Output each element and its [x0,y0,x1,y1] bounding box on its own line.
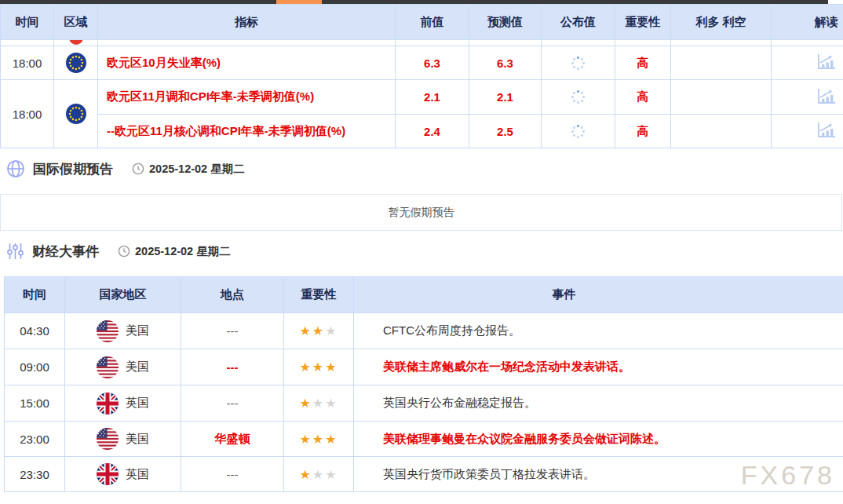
col-previous: 前值 [396,5,469,40]
cell-location: --- [181,457,284,492]
col-country: 国家地区 [65,277,181,313]
country-name: 英国 [126,467,149,482]
cell-country: 美国 [65,422,181,457]
event-row[interactable]: 23:30 英国 --- ★★★ 英国央行货币政策委员丁格拉发表讲话。 [5,457,843,492]
col-time: 时间 [1,5,54,40]
clock-icon [118,245,130,257]
flag-us-icon [97,428,119,450]
flag-eu-icon [54,80,98,148]
cell-previous: 2.4 [396,115,469,148]
holiday-section-header: 国际假期预告 2025-12-02 星期二 [6,159,245,178]
cell-time: 23:30 [5,457,65,492]
events-date: 2025-12-02 星期二 [135,244,231,259]
event-row[interactable]: 15:00 英国 --- ★★★ 英国央行公布金融稳定报告。 [5,385,843,422]
events-section-title: 财经大事件 [32,243,99,261]
loading-spinner-icon [571,125,585,138]
cell-interpret [772,115,843,148]
flag-uk-icon [97,463,119,485]
col-indicator: 指标 [98,5,396,40]
cell-event[interactable]: 英国央行公布金融稳定报告。 [354,385,843,422]
cell-interpret [772,46,843,80]
cell-event[interactable]: CFTC公布周度持仓报告。 [354,313,843,349]
no-holiday-message: 暂无假期预告 [0,194,842,231]
cell-published-loading [542,115,615,148]
cell-location: --- [181,349,284,385]
col-event: 事件 [354,277,843,313]
globe-icon [6,159,25,178]
calendar-row[interactable]: 18:00 欧元区11月调和CPI年率-未季调初值(%) 2.1 2.1 高 [1,80,843,115]
cell-time: 15:00 [5,385,65,422]
col-time: 时间 [5,277,65,313]
holiday-section-title: 国际假期预告 [33,160,113,178]
events-section-header: 财经大事件 2025-12-02 星期二 [6,242,231,261]
flag-eu-icon [54,46,98,80]
cell-forecast: 6.3 [469,46,542,80]
chart-analysis-icon[interactable] [816,121,837,139]
col-forecast: 预测值 [469,5,542,40]
clipped-flag-icon [69,40,83,46]
country-name: 美国 [126,360,149,374]
col-importance: 重要性 [615,5,671,40]
calendar-header-row: 时间 区域 指标 前值 预测值 公布值 重要性 利多 利空 解读 [1,5,843,40]
cell-indicator[interactable]: --欧元区11月核心调和CPI年率-未季调初值(%) [98,115,396,148]
cell-time: 18:00 [1,46,54,80]
cell-forecast: 2.5 [469,115,542,148]
partial-clipped-row [1,40,843,46]
event-row[interactable]: 04:30 美国 --- ★★★ CFTC公布周度持仓报告。 [5,313,843,349]
cell-importance: 高 [615,80,671,115]
cell-time: 23:00 [5,422,65,457]
importance-stars: ★★★ [284,313,354,349]
country-name: 美国 [126,323,149,338]
cell-bull-bear [671,115,772,148]
flag-us-icon [97,356,119,378]
cell-previous: 6.3 [396,46,469,80]
cell-previous: 2.1 [396,80,469,115]
col-region: 区域 [54,5,98,40]
cell-location: 华盛顿 [181,422,284,457]
cell-country: 英国 [65,457,181,492]
cell-importance: 高 [615,46,671,80]
importance-stars: ★★★ [284,385,354,422]
calendar-row[interactable]: --欧元区11月核心调和CPI年率-未季调初值(%) 2.4 2.5 高 [1,115,843,148]
loading-spinner-icon [571,57,585,70]
cell-event[interactable]: 美联储主席鲍威尔在一场纪念活动中发表讲话。 [354,349,843,385]
events-header-row: 时间 国家地区 地点 重要性 事件 [5,277,843,313]
flag-uk-icon [97,393,119,415]
chart-analysis-icon[interactable] [816,87,837,105]
importance-stars: ★★★ [284,422,354,457]
loading-spinner-icon [571,90,585,104]
col-interpret: 解读 [772,5,843,40]
cell-bull-bear [671,46,772,80]
cell-country: 美国 [65,313,181,349]
events-table: 时间 国家地区 地点 重要性 事件 04:30 美国 --- ★★★ CFTC公… [4,276,843,492]
cell-country: 美国 [65,349,181,385]
cell-interpret [772,80,843,115]
cell-importance: 高 [615,115,671,148]
event-row[interactable]: 23:00 美国 华盛顿 ★★★ 美联储理事鲍曼在众议院金融服务委员会做证词陈述… [5,422,843,457]
cell-country: 英国 [65,385,181,422]
col-bull-bear: 利多 利空 [671,5,772,40]
cell-time: 09:00 [5,349,65,385]
calendar-row[interactable]: 18:00 欧元区10月失业率(%) 6.3 6.3 高 [1,46,843,80]
flag-us-icon [97,320,119,342]
holiday-date: 2025-12-02 星期二 [149,162,245,177]
importance-stars: ★★★ [284,349,354,385]
importance-stars: ★★★ [284,457,354,492]
country-name: 英国 [126,396,149,411]
chart-analysis-icon[interactable] [816,53,837,71]
cell-location: --- [181,313,284,349]
cell-published-loading [542,80,615,115]
cell-indicator[interactable]: 欧元区10月失业率(%) [98,46,396,80]
cell-event[interactable]: 美联储理事鲍曼在众议院金融服务委员会做证词陈述。 [354,422,843,457]
cell-indicator[interactable]: 欧元区11月调和CPI年率-未季调初值(%) [98,80,396,115]
economic-calendar-table: 时间 区域 指标 前值 预测值 公布值 重要性 利多 利空 解读 18:00 欧… [0,4,843,148]
country-name: 美国 [126,432,149,447]
cell-time: 04:30 [5,313,65,349]
col-location: 地点 [181,277,284,313]
cell-location: --- [181,385,284,422]
cell-time: 18:00 [1,80,54,148]
cell-forecast: 2.1 [469,80,542,115]
cell-bull-bear [671,80,772,115]
cell-published-loading [542,46,615,80]
event-row[interactable]: 09:00 美国 --- ★★★ 美联储主席鲍威尔在一场纪念活动中发表讲话。 [5,349,843,385]
